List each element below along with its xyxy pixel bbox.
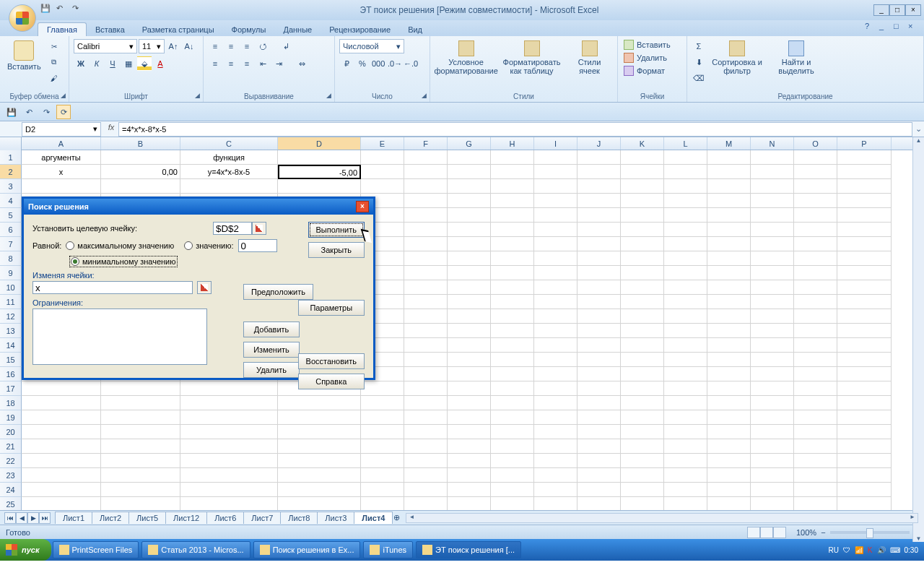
cell[interactable]: [448, 208, 491, 223]
cell[interactable]: [404, 194, 448, 208]
taskbar-item[interactable]: Статья 2013 - Micros...: [141, 541, 250, 558]
copy-icon[interactable]: ⧉: [47, 55, 61, 69]
cell[interactable]: [278, 454, 361, 468]
cell[interactable]: [707, 425, 751, 439]
lang-indicator[interactable]: RU: [828, 546, 838, 554]
cell[interactable]: [534, 324, 578, 338]
cell[interactable]: [404, 468, 448, 483]
cell[interactable]: [664, 396, 707, 410]
cell[interactable]: [664, 179, 707, 194]
cell[interactable]: [448, 237, 491, 251]
cell[interactable]: [361, 425, 404, 439]
page-layout-view-icon[interactable]: [760, 527, 773, 538]
font-color-icon[interactable]: A: [153, 56, 167, 71]
cell[interactable]: [621, 425, 664, 439]
cell[interactable]: [578, 223, 621, 237]
sort-filter-button[interactable]: Сортировка и фильтр: [709, 39, 765, 77]
sheet-tab[interactable]: Лист12: [165, 512, 207, 524]
cell[interactable]: [22, 454, 101, 468]
params-button[interactable]: Параметры: [298, 300, 365, 316]
cell[interactable]: [794, 497, 837, 510]
cell[interactable]: [404, 396, 448, 410]
cell[interactable]: [448, 324, 491, 338]
cell[interactable]: [534, 208, 578, 223]
cell[interactable]: [101, 439, 180, 454]
cell[interactable]: [22, 410, 101, 425]
cell[interactable]: [361, 410, 404, 425]
indent-inc-icon[interactable]: ⇥: [271, 56, 286, 71]
cell[interactable]: [751, 237, 794, 251]
cell[interactable]: [578, 150, 621, 165]
cell[interactable]: [707, 165, 751, 179]
cell[interactable]: [101, 150, 180, 165]
cell[interactable]: [837, 150, 892, 165]
column-header[interactable]: D: [278, 137, 361, 150]
cell[interactable]: [404, 150, 448, 165]
cell[interactable]: [404, 179, 448, 194]
cell[interactable]: [101, 425, 180, 439]
ribbon-tab[interactable]: Вид: [399, 23, 431, 36]
cell[interactable]: [837, 179, 892, 194]
cell[interactable]: [491, 251, 534, 266]
comma-icon[interactable]: 000: [371, 56, 385, 71]
undo-icon[interactable]: ↶: [22, 105, 36, 119]
cell[interactable]: [578, 497, 621, 510]
cell[interactable]: [578, 454, 621, 468]
value-input[interactable]: [238, 239, 277, 252]
cell[interactable]: [837, 454, 892, 468]
cell[interactable]: [751, 353, 794, 367]
cell[interactable]: [664, 309, 707, 324]
cell[interactable]: [794, 223, 837, 237]
cell[interactable]: [794, 295, 837, 309]
percent-icon[interactable]: %: [355, 56, 370, 71]
cell[interactable]: [707, 396, 751, 410]
cut-icon[interactable]: ✂: [47, 39, 61, 53]
row-header[interactable]: 25: [0, 497, 22, 510]
column-header[interactable]: K: [621, 137, 664, 150]
cell[interactable]: [621, 223, 664, 237]
cell[interactable]: [404, 165, 448, 179]
cell[interactable]: [448, 381, 491, 396]
align-center-icon[interactable]: ≡: [224, 56, 238, 71]
cell[interactable]: [578, 266, 621, 280]
cell[interactable]: [101, 410, 180, 425]
cell[interactable]: [101, 396, 180, 410]
cell[interactable]: [794, 150, 837, 165]
cell[interactable]: [578, 280, 621, 295]
cell[interactable]: [578, 237, 621, 251]
cell[interactable]: [837, 324, 892, 338]
cell[interactable]: [621, 179, 664, 194]
row-header[interactable]: 7: [0, 237, 22, 251]
cell[interactable]: [101, 179, 180, 194]
cell[interactable]: [664, 150, 707, 165]
radio-max[interactable]: максимальному значению: [66, 241, 174, 250]
row-header[interactable]: 17: [0, 381, 22, 396]
tray-icon[interactable]: 🛡: [843, 546, 850, 554]
cell[interactable]: [578, 338, 621, 353]
cell[interactable]: [404, 324, 448, 338]
cell[interactable]: [578, 208, 621, 223]
cell[interactable]: [278, 410, 361, 425]
cell[interactable]: [491, 165, 534, 179]
dialog-titlebar[interactable]: Поиск решения ×: [24, 199, 373, 215]
cell[interactable]: [794, 266, 837, 280]
cell[interactable]: [794, 179, 837, 194]
ribbon-minimize-icon[interactable]: _: [879, 22, 889, 32]
cell[interactable]: [180, 179, 278, 194]
cell[interactable]: [534, 251, 578, 266]
clipboard-launcher-icon[interactable]: ◢: [58, 92, 67, 100]
cell[interactable]: [707, 324, 751, 338]
cell[interactable]: [664, 439, 707, 454]
cell[interactable]: [534, 194, 578, 208]
cell[interactable]: [707, 309, 751, 324]
cell[interactable]: [794, 165, 837, 179]
cell[interactable]: [534, 381, 578, 396]
cell[interactable]: [664, 425, 707, 439]
row-header[interactable]: 23: [0, 468, 22, 483]
cell[interactable]: [404, 381, 448, 396]
row-header[interactable]: 24: [0, 483, 22, 497]
cell[interactable]: [578, 468, 621, 483]
vars-input[interactable]: [32, 281, 193, 294]
cell[interactable]: [180, 425, 278, 439]
cell[interactable]: [751, 468, 794, 483]
